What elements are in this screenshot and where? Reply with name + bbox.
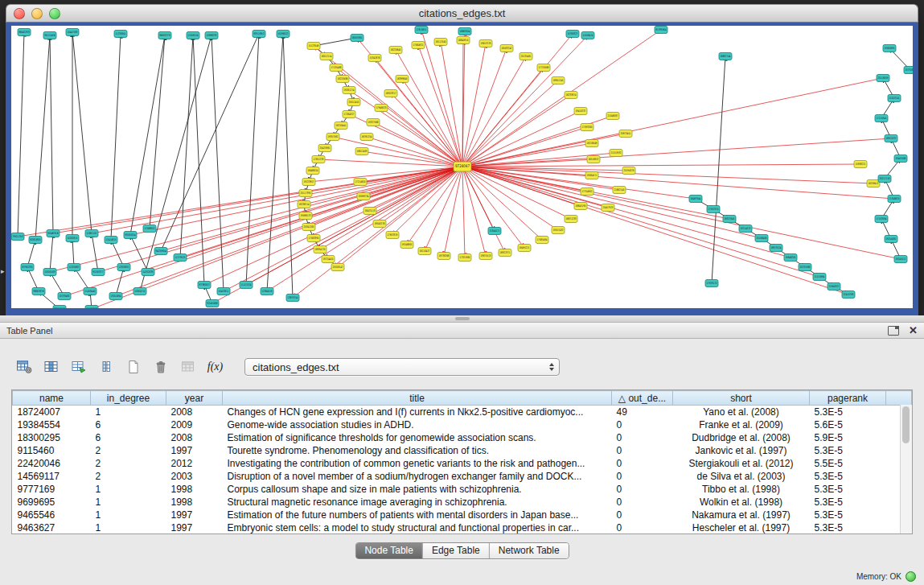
graph-node[interactable]: 16055361 — [351, 35, 363, 42]
table-cell[interactable]: 0 — [612, 509, 673, 521]
graph-node[interactable]: 19846205 — [784, 254, 797, 262]
graph-node[interactable]: 17135488 — [330, 64, 343, 72]
table-cell[interactable]: 0 — [612, 457, 673, 470]
graph-node[interactable]: 18901245 — [552, 77, 565, 84]
graph-node[interactable]: 16258412 — [867, 180, 880, 187]
graph-node[interactable]: 15123549 — [307, 43, 320, 50]
graph-node[interactable]: 19086123 — [299, 212, 312, 220]
graph-node[interactable]: 21053741 — [888, 95, 901, 102]
graph-node[interactable]: 17214650 — [354, 179, 367, 186]
graph-node[interactable]: 16516922 — [587, 156, 600, 163]
table-cell[interactable]: 1 — [91, 406, 166, 418]
graph-node[interactable]: 12058124 — [187, 32, 199, 39]
table-cell[interactable]: 1 — [91, 521, 166, 534]
table-cell[interactable]: Embryonic stem cells: a model to study s… — [223, 521, 612, 534]
graph-node[interactable]: 17210345 — [875, 115, 888, 122]
graph-node[interactable]: 11279525 — [174, 254, 187, 262]
table-cell[interactable]: Yano et al. (2008) — [673, 406, 810, 418]
table-row[interactable]: 977716911998Corpus callosum shape and si… — [13, 483, 912, 496]
table-cell[interactable]: 2 — [91, 470, 166, 483]
close-panel-icon[interactable]: ✕ — [909, 325, 918, 336]
table-cell[interactable]: 0 — [612, 418, 673, 431]
graph-node[interactable]: 8790235 — [21, 264, 34, 271]
graph-node[interactable]: 20731568 — [799, 264, 811, 271]
graph-node[interactable]: 17948023 — [375, 105, 388, 112]
graph-node[interactable]: 9150377 — [92, 269, 105, 276]
graph-node[interactable]: 18612409 — [355, 148, 368, 155]
graph-node[interactable]: 16110427 — [418, 248, 431, 255]
new-column-button[interactable] — [122, 356, 144, 377]
graph-node[interactable]: 22410783 — [842, 291, 855, 299]
table-cell[interactable]: 0 — [612, 431, 673, 444]
graph-node[interactable]: 10447583 — [66, 29, 79, 36]
table-cell[interactable]: 5.3E-5 — [810, 483, 886, 496]
table-cell[interactable]: Dudbridge et al. (2008) — [673, 431, 810, 444]
graph-node[interactable]: 20558147 — [331, 264, 344, 271]
graph-node[interactable]: 19246805 — [400, 241, 413, 249]
graph-node[interactable]: 20425981 — [318, 145, 331, 152]
graph-node[interactable]: 19214073 — [739, 225, 752, 233]
graph-node[interactable]: 9311852 — [253, 31, 265, 38]
graph-node[interactable]: 17284327 — [343, 111, 355, 118]
graph-node[interactable]: 21015894 — [813, 274, 826, 281]
scrollbar-thumb[interactable] — [902, 406, 910, 443]
graph-node[interactable]: 18922037 — [885, 135, 897, 142]
graph-node[interactable]: 19223857 — [302, 179, 315, 186]
table-row[interactable]: 946362711997Embryonic stem cells: a mode… — [13, 521, 912, 534]
table-cell[interactable]: 9115460 — [13, 444, 91, 457]
graph-node[interactable]: 18216049 — [585, 140, 598, 147]
table-cell[interactable]: Franke et al. (2009) — [673, 418, 810, 431]
graph-node[interactable]: 19327566 — [367, 119, 380, 126]
table-cell[interactable]: 2012 — [166, 457, 223, 470]
column-visibility-button[interactable] — [40, 356, 62, 377]
graph-node[interactable]: 18163742 — [500, 45, 513, 52]
function-builder-button[interactable]: f(x) — [204, 356, 226, 377]
graph-node[interactable]: 17064921 — [412, 42, 425, 49]
graph-node[interactable]: 9046316 — [47, 230, 60, 237]
tab-edge-table[interactable]: Edge Table — [423, 543, 490, 558]
graph-node[interactable]: 20873451 — [619, 130, 632, 138]
table-cell[interactable]: Hescheler et al. (1997) — [673, 521, 810, 534]
graph-node[interactable]: 16871233 — [565, 216, 577, 223]
graph-node[interactable]: 10550163 — [43, 269, 56, 276]
table-cell[interactable]: Investigating the contribution of common… — [223, 457, 612, 470]
table-cell[interactable]: 19384554 — [13, 418, 91, 431]
graph-node[interactable]: 16012114 — [320, 53, 333, 60]
graph-node[interactable]: 17563390 — [307, 235, 320, 242]
graph-node[interactable]: 17321980 — [458, 254, 471, 262]
graph-node[interactable]: 12566952 — [143, 225, 156, 233]
graph-node[interactable]: 15344571 — [488, 228, 501, 235]
graph-node[interactable]: 19261274 — [343, 87, 355, 94]
graph-node[interactable]: 13679754 — [286, 295, 299, 302]
table-cell[interactable]: Stergiakouli et al. (2012) — [673, 457, 810, 470]
graph-node[interactable]: 9012456 — [43, 32, 56, 39]
window-titlebar[interactable]: citations_edges.txt — [6, 4, 918, 23]
graph-node[interactable]: 11325867 — [68, 264, 80, 271]
graph-node[interactable]: 12920831 — [117, 264, 130, 271]
graph-node[interactable]: 18327645 — [723, 216, 736, 223]
graph-node[interactable]: 19724455 — [322, 256, 335, 263]
table-cell[interactable]: 5.6E-5 — [810, 418, 886, 431]
graph-node[interactable]: 17592310 — [707, 206, 720, 213]
column-header[interactable]: title — [223, 391, 612, 406]
table-cell[interactable]: 5.9E-5 — [810, 431, 886, 444]
graph-node[interactable]: 20135481 — [519, 53, 532, 60]
graph-node[interactable]: 16487944 — [689, 196, 702, 203]
graph-node[interactable]: 16781254 — [360, 134, 373, 141]
table-cell[interactable]: 1 — [91, 483, 166, 496]
tab-node-table[interactable]: Node Table — [355, 543, 423, 558]
table-cell[interactable]: 1 — [91, 509, 166, 521]
table-cell[interactable]: Tourette syndrome. Phenomenology and cla… — [223, 444, 612, 457]
column-header[interactable]: in_degree — [91, 391, 166, 406]
graph-node[interactable]: 9603279 — [158, 32, 171, 39]
graph-node[interactable]: 18663504 — [458, 28, 471, 35]
graph-node[interactable]: 19565895 — [883, 45, 896, 52]
graph-node[interactable]: 11861102 — [85, 230, 98, 237]
table-mode-button[interactable] — [13, 356, 35, 377]
graph-node[interactable]: 15896233 — [205, 32, 218, 39]
graph-node[interactable]: 20117395 — [299, 190, 312, 197]
column-header[interactable]: name — [13, 391, 91, 406]
graph-node[interactable]: 11230841 — [114, 31, 127, 38]
table-cell[interactable]: Nakamura et al. (1997) — [673, 509, 810, 521]
graph-node[interactable]: 9862876 — [32, 288, 45, 295]
